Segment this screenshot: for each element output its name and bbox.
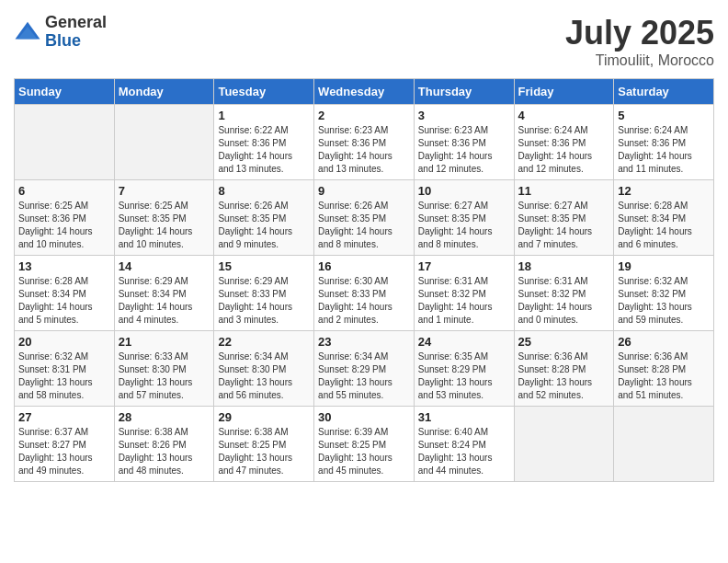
day-number: 22 — [218, 335, 310, 349]
day-info: Sunrise: 6:37 AM Sunset: 8:27 PM Dayligh… — [18, 426, 110, 477]
day-info: Sunrise: 6:36 AM Sunset: 8:28 PM Dayligh… — [518, 350, 610, 402]
calendar-cell: 12Sunrise: 6:28 AM Sunset: 8:34 PM Dayli… — [614, 180, 714, 256]
calendar-cell: 17Sunrise: 6:31 AM Sunset: 8:32 PM Dayli… — [414, 256, 514, 331]
calendar-cell — [614, 407, 714, 482]
day-number: 9 — [318, 184, 410, 198]
day-info: Sunrise: 6:29 AM Sunset: 8:34 PM Dayligh… — [119, 275, 210, 327]
calendar-cell: 28Sunrise: 6:38 AM Sunset: 8:26 PM Dayli… — [114, 407, 214, 482]
weekday-header-cell: Wednesday — [314, 79, 415, 105]
calendar-cell: 4Sunrise: 6:24 AM Sunset: 8:36 PM Daylig… — [514, 105, 614, 180]
day-info: Sunrise: 6:27 AM Sunset: 8:35 PM Dayligh… — [418, 200, 510, 251]
calendar-cell: 23Sunrise: 6:34 AM Sunset: 8:29 PM Dayli… — [314, 331, 415, 407]
calendar-week-row: 6Sunrise: 6:25 AM Sunset: 8:36 PM Daylig… — [15, 180, 714, 256]
day-number: 2 — [318, 109, 410, 122]
calendar-cell: 10Sunrise: 6:27 AM Sunset: 8:35 PM Dayli… — [414, 180, 514, 256]
location-subtitle: Timouliit, Morocco — [565, 52, 714, 69]
title-area: July 2025 Timouliit, Morocco — [565, 14, 714, 69]
day-info: Sunrise: 6:34 AM Sunset: 8:29 PM Dayligh… — [318, 350, 410, 402]
day-number: 24 — [418, 335, 510, 349]
day-info: Sunrise: 6:26 AM Sunset: 8:35 PM Dayligh… — [218, 200, 310, 251]
day-number: 17 — [418, 259, 510, 273]
day-number: 30 — [318, 410, 410, 424]
calendar-cell: 30Sunrise: 6:39 AM Sunset: 8:25 PM Dayli… — [314, 407, 415, 482]
calendar-cell: 22Sunrise: 6:34 AM Sunset: 8:30 PM Dayli… — [214, 331, 314, 407]
calendar-cell: 1Sunrise: 6:22 AM Sunset: 8:36 PM Daylig… — [214, 105, 314, 180]
logo-icon — [14, 18, 41, 46]
calendar-cell: 25Sunrise: 6:36 AM Sunset: 8:28 PM Dayli… — [514, 331, 614, 407]
day-info: Sunrise: 6:34 AM Sunset: 8:30 PM Dayligh… — [218, 350, 310, 402]
day-number: 6 — [18, 184, 110, 198]
calendar-cell: 13Sunrise: 6:28 AM Sunset: 8:34 PM Dayli… — [15, 256, 115, 331]
day-number: 28 — [119, 410, 210, 424]
day-info: Sunrise: 6:39 AM Sunset: 8:25 PM Dayligh… — [318, 426, 410, 477]
calendar-cell: 20Sunrise: 6:32 AM Sunset: 8:31 PM Dayli… — [15, 331, 115, 407]
calendar-cell: 9Sunrise: 6:26 AM Sunset: 8:35 PM Daylig… — [314, 180, 415, 256]
weekday-header-cell: Tuesday — [214, 79, 314, 105]
day-number: 23 — [318, 335, 410, 349]
day-info: Sunrise: 6:33 AM Sunset: 8:30 PM Dayligh… — [119, 350, 210, 402]
day-number: 8 — [218, 184, 310, 198]
day-info: Sunrise: 6:25 AM Sunset: 8:35 PM Dayligh… — [119, 200, 210, 251]
day-number: 31 — [418, 410, 510, 424]
calendar-cell: 6Sunrise: 6:25 AM Sunset: 8:36 PM Daylig… — [15, 180, 115, 256]
day-info: Sunrise: 6:23 AM Sunset: 8:36 PM Dayligh… — [418, 124, 510, 176]
day-number: 4 — [518, 109, 610, 122]
day-number: 11 — [518, 184, 610, 198]
calendar-cell: 29Sunrise: 6:38 AM Sunset: 8:25 PM Dayli… — [214, 407, 314, 482]
calendar-cell — [514, 407, 614, 482]
calendar-cell: 21Sunrise: 6:33 AM Sunset: 8:30 PM Dayli… — [114, 331, 214, 407]
day-info: Sunrise: 6:32 AM Sunset: 8:32 PM Dayligh… — [618, 275, 710, 327]
day-number: 21 — [119, 335, 210, 349]
day-number: 1 — [218, 109, 310, 122]
calendar-cell — [114, 105, 214, 180]
day-number: 10 — [418, 184, 510, 198]
day-number: 14 — [119, 259, 210, 273]
day-number: 20 — [18, 335, 110, 349]
calendar-cell: 3Sunrise: 6:23 AM Sunset: 8:36 PM Daylig… — [414, 105, 514, 180]
day-number: 3 — [418, 109, 510, 122]
day-info: Sunrise: 6:38 AM Sunset: 8:26 PM Dayligh… — [119, 426, 210, 477]
calendar-cell: 11Sunrise: 6:27 AM Sunset: 8:35 PM Dayli… — [514, 180, 614, 256]
header: General Blue July 2025 Timouliit, Morocc… — [14, 14, 714, 69]
day-info: Sunrise: 6:24 AM Sunset: 8:36 PM Dayligh… — [618, 124, 710, 176]
calendar-week-row: 13Sunrise: 6:28 AM Sunset: 8:34 PM Dayli… — [15, 256, 714, 331]
day-info: Sunrise: 6:40 AM Sunset: 8:24 PM Dayligh… — [418, 426, 510, 477]
day-number: 7 — [119, 184, 210, 198]
day-number: 16 — [318, 259, 410, 273]
month-year-title: July 2025 — [565, 14, 714, 52]
day-number: 25 — [518, 335, 610, 349]
calendar-cell: 27Sunrise: 6:37 AM Sunset: 8:27 PM Dayli… — [15, 407, 115, 482]
day-number: 19 — [618, 259, 710, 273]
calendar-week-row: 27Sunrise: 6:37 AM Sunset: 8:27 PM Dayli… — [15, 407, 714, 482]
calendar-cell: 26Sunrise: 6:36 AM Sunset: 8:28 PM Dayli… — [614, 331, 714, 407]
logo-general-text: General — [45, 14, 107, 32]
calendar-cell: 7Sunrise: 6:25 AM Sunset: 8:35 PM Daylig… — [114, 180, 214, 256]
day-info: Sunrise: 6:26 AM Sunset: 8:35 PM Dayligh… — [318, 200, 410, 251]
day-info: Sunrise: 6:31 AM Sunset: 8:32 PM Dayligh… — [418, 275, 510, 327]
day-info: Sunrise: 6:23 AM Sunset: 8:36 PM Dayligh… — [318, 124, 410, 176]
day-info: Sunrise: 6:24 AM Sunset: 8:36 PM Dayligh… — [518, 124, 610, 176]
calendar-cell: 24Sunrise: 6:35 AM Sunset: 8:29 PM Dayli… — [414, 331, 514, 407]
day-number: 15 — [218, 259, 310, 273]
weekday-header-cell: Friday — [514, 79, 614, 105]
day-info: Sunrise: 6:27 AM Sunset: 8:35 PM Dayligh… — [518, 200, 610, 251]
logo-blue-text: Blue — [45, 32, 107, 51]
calendar-cell: 16Sunrise: 6:30 AM Sunset: 8:33 PM Dayli… — [314, 256, 415, 331]
day-info: Sunrise: 6:36 AM Sunset: 8:28 PM Dayligh… — [618, 350, 710, 402]
day-info: Sunrise: 6:31 AM Sunset: 8:32 PM Dayligh… — [518, 275, 610, 327]
day-number: 18 — [518, 259, 610, 273]
day-info: Sunrise: 6:35 AM Sunset: 8:29 PM Dayligh… — [418, 350, 510, 402]
calendar-week-row: 20Sunrise: 6:32 AM Sunset: 8:31 PM Dayli… — [15, 331, 714, 407]
day-info: Sunrise: 6:25 AM Sunset: 8:36 PM Dayligh… — [18, 200, 110, 251]
weekday-header-cell: Sunday — [15, 79, 115, 105]
calendar-week-row: 1Sunrise: 6:22 AM Sunset: 8:36 PM Daylig… — [15, 105, 714, 180]
calendar-table: SundayMondayTuesdayWednesdayThursdayFrid… — [14, 78, 714, 482]
weekday-header-row: SundayMondayTuesdayWednesdayThursdayFrid… — [15, 79, 714, 105]
day-info: Sunrise: 6:28 AM Sunset: 8:34 PM Dayligh… — [18, 275, 110, 327]
calendar-cell: 19Sunrise: 6:32 AM Sunset: 8:32 PM Dayli… — [614, 256, 714, 331]
day-info: Sunrise: 6:29 AM Sunset: 8:33 PM Dayligh… — [218, 275, 310, 327]
day-number: 27 — [18, 410, 110, 424]
calendar-cell: 8Sunrise: 6:26 AM Sunset: 8:35 PM Daylig… — [214, 180, 314, 256]
weekday-header-cell: Monday — [114, 79, 214, 105]
calendar-cell: 18Sunrise: 6:31 AM Sunset: 8:32 PM Dayli… — [514, 256, 614, 331]
